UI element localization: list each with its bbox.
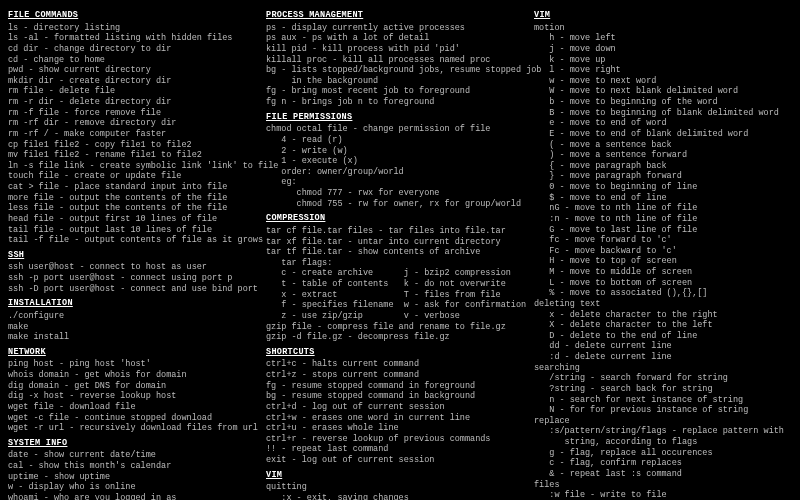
heading-shortcuts: SHORTCUTS xyxy=(266,347,516,358)
line: M - move to middle of screen xyxy=(534,267,784,278)
block-network: ping host - ping host 'host'whois domain… xyxy=(8,359,248,433)
line: replace xyxy=(534,416,784,427)
line: tail -f file - output contents of file a… xyxy=(8,235,248,246)
line: G - move to last line of file xyxy=(534,225,784,236)
block-system-info: date - show current date/timecal - show … xyxy=(8,450,248,500)
line: chmod octal file - change permission of … xyxy=(266,124,516,135)
line: wget -r url - recursively download files… xyxy=(8,423,248,434)
heading-file-permissions: FILE PERMISSIONS xyxy=(266,112,516,123)
line: rm file - delete file xyxy=(8,86,248,97)
line: ( - move a sentence back xyxy=(534,140,784,151)
line: ctrl+c - halts current command xyxy=(266,359,516,370)
line: rm -r dir - delete directory dir xyxy=(8,97,248,108)
line: gzip -d file.gz - decompress file.gz xyxy=(266,332,516,343)
line: dig -x host - reverse lookup host xyxy=(8,391,248,402)
line: wget file - download file xyxy=(8,402,248,413)
line: quitting xyxy=(266,482,516,493)
line: 0 - move to beginning of line xyxy=(534,182,784,193)
line: tar flags: xyxy=(266,258,516,269)
line: files xyxy=(534,480,784,491)
line: w - display who is online xyxy=(8,482,248,493)
line: ctrl+z - stops current command xyxy=(266,370,516,381)
block-ssh: ssh user@host - connect to host as users… xyxy=(8,262,248,294)
line: tar tf file.tar - show contents of archi… xyxy=(266,247,516,258)
line: dd - delete current line xyxy=(534,341,784,352)
line: tail file - output last 10 lines of file xyxy=(8,225,248,236)
line: less file - output the contents of the f… xyxy=(8,203,248,214)
line: 2 - write (w) xyxy=(266,146,516,157)
line: k - move up xyxy=(534,55,784,66)
line: n - search for next instance of string xyxy=(534,395,784,406)
block-vim-1: quitting :x - exit, saving changes :wq -… xyxy=(266,482,516,500)
line: chmod 777 - rwx for everyone xyxy=(266,188,516,199)
block-file-commands: ls - directory listingls -al - formatted… xyxy=(8,23,248,246)
heading-vim-2: VIM xyxy=(534,10,784,21)
line: string, according to flags xyxy=(534,437,784,448)
block-compression: tar cf file.tar files - tar files into f… xyxy=(266,226,516,343)
line: killall proc - kill all processes named … xyxy=(266,55,516,66)
line: touch file - create or update file xyxy=(8,171,248,182)
line: fg - bring most recent job to foreground xyxy=(266,86,516,97)
line: nG - move to nth line of file xyxy=(534,203,784,214)
line: } - move paragraph forward xyxy=(534,171,784,182)
heading-installation: INSTALLATION xyxy=(8,298,248,309)
line: ssh -D port user@host - connect and use … xyxy=(8,284,248,295)
line: ctrl+w - erases one word in current line xyxy=(266,413,516,424)
line: cd - change to home xyxy=(8,55,248,66)
line: B - move to beginning of blank delimited… xyxy=(534,108,784,119)
line: ps - display currently active processes xyxy=(266,23,516,34)
heading-ssh: SSH xyxy=(8,250,248,261)
line: fc - move forward to 'c' xyxy=(534,235,784,246)
line: kill pid - kill process with pid 'pid' xyxy=(266,44,516,55)
line: date - show current date/time xyxy=(8,450,248,461)
line: tar xf file.tar - untar into current dir… xyxy=(266,237,516,248)
line: ) - move a sentence forward xyxy=(534,150,784,161)
line: tar cf file.tar files - tar files into f… xyxy=(266,226,516,237)
line: ctrl+u - erases whole line xyxy=(266,423,516,434)
line: in the background xyxy=(266,76,516,87)
line: ssh user@host - connect to host as user xyxy=(8,262,248,273)
line: $ - move to end of line xyxy=(534,193,784,204)
line: :s/pattern/string/flags - replace patter… xyxy=(534,426,784,437)
heading-vim-1: VIM xyxy=(266,470,516,481)
line: l - move right xyxy=(534,65,784,76)
line: 1 - execute (x) xyxy=(266,156,516,167)
line: mkdir dir - create directory dir xyxy=(8,76,248,87)
line: w - move to next word xyxy=(534,76,784,87)
line: whoami - who are you logged in as xyxy=(8,493,248,500)
line: motion xyxy=(534,23,784,34)
line: rm -f file - force remove file xyxy=(8,108,248,119)
line: ctrl+d - log out of current session xyxy=(266,402,516,413)
line: rm -rf dir - remove directory dir xyxy=(8,118,248,129)
line: c - flag, confirm replaces xyxy=(534,458,784,469)
line: cat > file - place standard input into f… xyxy=(8,182,248,193)
line: ls - directory listing xyxy=(8,23,248,34)
heading-process-management: PROCESS MANAGEMENT xyxy=(266,10,516,21)
line: :n - move to nth line of file xyxy=(534,214,784,225)
line: !! - repeat last command xyxy=(266,444,516,455)
line: ctrl+r - reverse lookup of previous comm… xyxy=(266,434,516,445)
line: j - move down xyxy=(534,44,784,55)
line: f - specifies filename w - ask for confi… xyxy=(266,300,516,311)
line: ping host - ping host 'host' xyxy=(8,359,248,370)
cheatsheet: FILE COMMANDS ls - directory listingls -… xyxy=(0,0,800,500)
line: uptime - show uptime xyxy=(8,472,248,483)
block-process-management: ps - display currently active processesp… xyxy=(266,23,516,108)
line: t - table of contents k - do not overwri… xyxy=(266,279,516,290)
line: deleting text xyxy=(534,299,784,310)
block-vim-2: motion h - move left j - move down k - m… xyxy=(534,23,784,500)
heading-file-commands: FILE COMMANDS xyxy=(8,10,248,21)
line: searching xyxy=(534,363,784,374)
line: X - delete character to the left xyxy=(534,320,784,331)
line: ps aux - ps with a lot of detail xyxy=(266,33,516,44)
line: make xyxy=(8,322,248,333)
block-shortcuts: ctrl+c - halts current commandctrl+z - s… xyxy=(266,359,516,465)
line: gzip file - compress file and rename to … xyxy=(266,322,516,333)
line: g - flag, replace all occurences xyxy=(534,448,784,459)
heading-network: NETWORK xyxy=(8,347,248,358)
line: % - move to associated (),{},[] xyxy=(534,288,784,299)
line: c - create archive j - bzip2 compression xyxy=(266,268,516,279)
line: L - move to bottom of screen xyxy=(534,278,784,289)
line: cal - show this month's calendar xyxy=(8,461,248,472)
column-2: PROCESS MANAGEMENT ps - display currentl… xyxy=(266,6,516,500)
